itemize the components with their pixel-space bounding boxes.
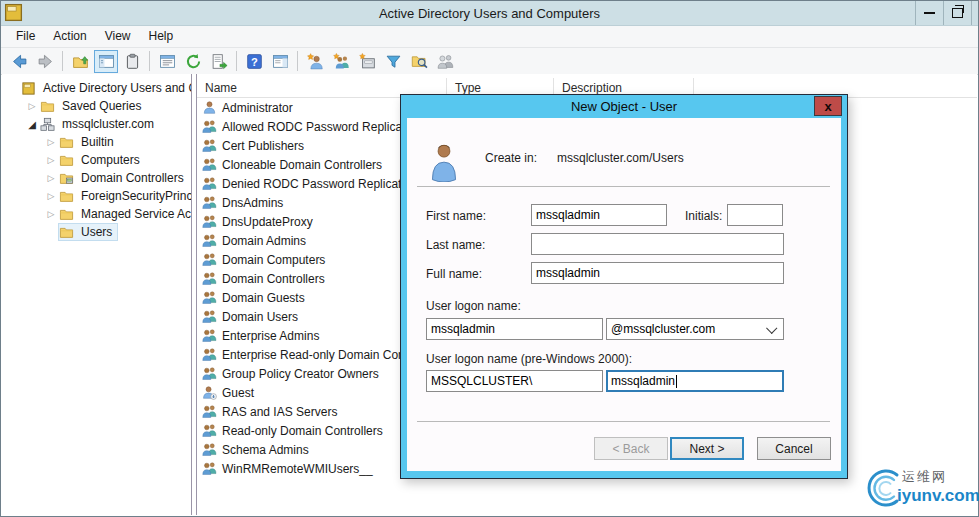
- tree-item-content: Active Directory Users and Computers: [20, 79, 191, 97]
- list-item-label: Allowed RODC Password Replicat: [222, 120, 405, 134]
- list-item-label: Domain Computers: [222, 253, 325, 267]
- export-list-icon: [211, 53, 228, 70]
- menu-help[interactable]: Help: [140, 26, 183, 47]
- console-window-button[interactable]: [268, 50, 292, 73]
- expander-collapsed-icon[interactable]: ▷: [44, 137, 58, 147]
- group-icon: [202, 157, 217, 172]
- toolbar: ?: [1, 48, 978, 75]
- group-icon: [202, 461, 217, 476]
- group-icon: [202, 290, 217, 305]
- user-object-icon: [429, 142, 459, 182]
- folder-icon: [59, 135, 74, 150]
- tree-item-content: Saved Queries: [39, 97, 147, 115]
- tree-item-mssqlcluster-com[interactable]: ◢mssqlcluster.com: [2, 115, 191, 133]
- tree-item-saved-queries[interactable]: ▷Saved Queries: [2, 97, 191, 115]
- first-name-input[interactable]: mssqladmin: [531, 204, 667, 226]
- back-button[interactable]: [7, 50, 31, 73]
- console-root-icon: [21, 81, 36, 96]
- list-item-label: Enterprise Admins: [222, 329, 319, 343]
- tree-item-label: Computers: [78, 152, 143, 168]
- show-console-tree-button[interactable]: [94, 50, 118, 73]
- filter-button[interactable]: [381, 50, 405, 73]
- menu-file[interactable]: File: [7, 26, 44, 47]
- expander-collapsed-icon[interactable]: ▷: [44, 155, 58, 165]
- back-button[interactable]: < Back: [594, 437, 668, 460]
- menu-view[interactable]: View: [96, 26, 140, 47]
- dialog-title: New Object - User: [571, 99, 677, 114]
- clipboard-button[interactable]: [120, 50, 144, 73]
- help-button[interactable]: ?: [242, 50, 266, 73]
- new-user-button[interactable]: [303, 50, 327, 73]
- list-item-label: Read-only Domain Controllers: [222, 424, 383, 438]
- pre2000-logon-label: User logon name (pre-Windows 2000):: [426, 352, 632, 366]
- group-icon: [202, 119, 217, 134]
- minimize-button[interactable]: [915, 1, 943, 25]
- new-user-icon: [307, 53, 324, 70]
- forward-button[interactable]: [33, 50, 57, 73]
- list-item-label: RAS and IAS Servers: [222, 405, 337, 419]
- expander-collapsed-icon[interactable]: ▷: [44, 209, 58, 219]
- chevron-down-icon: [766, 323, 777, 334]
- restore-icon: [952, 8, 963, 18]
- up-level-button[interactable]: [68, 50, 92, 73]
- list-item-label: Domain Controllers: [222, 272, 325, 286]
- list-item-label: Cert Publishers: [222, 139, 304, 153]
- last-name-input[interactable]: [531, 233, 784, 255]
- show-console-tree-icon: [98, 53, 115, 70]
- menu-action[interactable]: Action: [44, 26, 95, 47]
- logon-domain-select[interactable]: @mssqlcluster.com: [606, 318, 784, 340]
- tree-item-computers[interactable]: ▷Computers: [2, 151, 191, 169]
- initials-input[interactable]: [727, 204, 783, 226]
- tree-item-content: Domain Controllers: [58, 169, 190, 187]
- group-icon: [202, 195, 217, 210]
- tree-item-content: Computers: [58, 151, 146, 169]
- restore-button[interactable]: [943, 1, 971, 25]
- up-level-icon: [72, 53, 89, 70]
- window-title: Active Directory Users and Computers: [1, 6, 978, 21]
- next-button[interactable]: Next >: [670, 437, 744, 460]
- find-button[interactable]: [407, 50, 431, 73]
- group-icon: [202, 423, 217, 438]
- find-icon: [411, 53, 428, 70]
- tree-item-builtin[interactable]: ▷Builtin: [2, 133, 191, 151]
- cancel-button[interactable]: Cancel: [757, 437, 831, 460]
- tree-item-domain-controllers[interactable]: ▷Domain Controllers: [2, 169, 191, 187]
- dialog-close-button[interactable]: x: [814, 96, 842, 116]
- tree-item-label: Builtin: [78, 134, 117, 150]
- full-name-input[interactable]: mssqladmin: [531, 262, 784, 284]
- dialog-title-bar: New Object - User x: [401, 95, 847, 118]
- group-members-button[interactable]: [433, 50, 457, 73]
- folder-icon: [59, 189, 74, 204]
- refresh-button[interactable]: [181, 50, 205, 73]
- user-logon-name-input[interactable]: mssqladmin: [426, 318, 603, 340]
- group-members-icon: [437, 53, 454, 70]
- tree-item-managed-service-accounts[interactable]: ▷Managed Service Accounts: [2, 205, 191, 223]
- expander-expanded-icon[interactable]: ◢: [25, 119, 39, 130]
- properties-button[interactable]: [155, 50, 179, 73]
- group-icon: [202, 442, 217, 457]
- clipboard-icon: [124, 53, 141, 70]
- export-list-button[interactable]: [207, 50, 231, 73]
- pre2000-logon-input[interactable]: mssqladmin: [606, 370, 784, 392]
- folder-icon: [59, 225, 74, 240]
- tree-item-content: Users: [58, 223, 118, 241]
- list-item-label: Denied RODC Password Replicatio: [222, 177, 411, 191]
- new-group-button[interactable]: [329, 50, 353, 73]
- tree-item-foreignsecurityprincipals[interactable]: ▷ForeignSecurityPrincipals: [2, 187, 191, 205]
- expander-collapsed-icon[interactable]: ▷: [44, 173, 58, 183]
- expander-collapsed-icon[interactable]: ▷: [44, 191, 58, 201]
- pre2000-domain-input[interactable]: MSSQLCLUSTER\: [426, 370, 603, 392]
- tree-item-active-directory-users-and-computers[interactable]: Active Directory Users and Computers: [2, 79, 191, 97]
- menu-bar: FileActionViewHelp: [1, 26, 978, 48]
- close-button[interactable]: [971, 1, 978, 25]
- tree-item-label: mssqlcluster.com: [59, 116, 157, 132]
- new-ou-button[interactable]: [355, 50, 379, 73]
- folder-icon: [40, 99, 55, 114]
- folder-dc-icon: [59, 171, 74, 186]
- svg-text:?: ?: [251, 55, 258, 67]
- tree-item-users[interactable]: Users: [2, 223, 191, 241]
- expander-collapsed-icon[interactable]: ▷: [25, 101, 39, 111]
- new-ou-icon: [359, 53, 376, 70]
- user-icon: [202, 100, 217, 115]
- list-item-label: Group Policy Creator Owners: [222, 367, 379, 381]
